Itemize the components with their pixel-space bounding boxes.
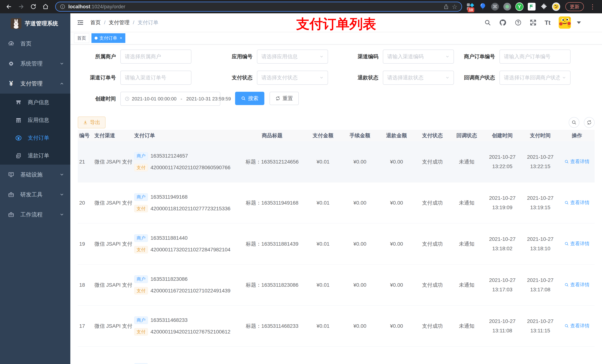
view-detail-link[interactable]: 查看详情	[564, 199, 590, 206]
breadcrumb: 首页 / 支付管理 / 支付订单	[90, 19, 159, 26]
merchant-tag: 商户	[134, 275, 148, 283]
share-icon[interactable]	[443, 4, 449, 10]
view-detail-link[interactable]: 查看详情	[564, 281, 590, 288]
record-extension-icon[interactable]	[503, 3, 511, 11]
tab-home[interactable]: 首页	[74, 33, 89, 43]
browser-update-button[interactable]: 更新	[565, 2, 584, 11]
view-detail-link[interactable]: 查看详情	[564, 158, 590, 165]
sidebar-item-devtools[interactable]: 研发工具	[0, 185, 70, 205]
filter-merchant: 所属商户	[78, 50, 191, 64]
logo-image	[11, 18, 22, 29]
pay-tag: 支付	[134, 205, 148, 213]
site-info-icon[interactable]	[60, 4, 65, 10]
tab-pay-order[interactable]: 支付订单 ×	[91, 33, 125, 43]
refund-status-select[interactable]: 请选择退款状态	[383, 71, 454, 85]
sidebar-item-label: 商户信息	[28, 99, 49, 106]
merchant-tag: 商户	[134, 193, 148, 201]
pay-tag: 支付	[134, 246, 148, 254]
pay-status-select[interactable]: 请选择支付状态	[257, 71, 328, 85]
notify-status-select[interactable]: 请选择订单回调商户状态	[499, 71, 570, 85]
chevron-down-icon	[60, 172, 64, 177]
close-icon[interactable]: ×	[120, 36, 122, 41]
emoji-profile-icon[interactable]	[552, 3, 560, 11]
sidebar-item-label: 工作流程	[20, 211, 43, 218]
filter-row-1: 所属商户 应用编号 请选择应用信息 渠道编码 请输入渠道编码	[78, 50, 595, 64]
chevron-down-icon	[445, 76, 450, 80]
address-bar[interactable]: localhost:1024/pay/order ☆	[55, 2, 462, 12]
page-content: 所属商户 应用编号 请选择应用信息 渠道编码 请输入渠道编码	[70, 44, 602, 364]
github-icon[interactable]	[499, 19, 506, 26]
merchant-input[interactable]	[120, 50, 191, 64]
help-icon[interactable]	[515, 19, 522, 26]
merchant-tag: 商户	[134, 316, 148, 324]
sidebar-item-workflow[interactable]: 工作流程	[0, 205, 70, 225]
chevron-down-icon	[320, 76, 323, 80]
top-navbar: 首页 / 支付管理 / 支付订单 支付订单列表	[70, 13, 602, 32]
breadcrumb-payment[interactable]: 支付管理	[109, 19, 129, 26]
browser-reload-icon[interactable]	[28, 1, 39, 12]
sidebar-item-refund-order[interactable]: 退款订单	[0, 147, 70, 165]
chevron-down-icon	[562, 76, 566, 80]
refresh-button[interactable]	[584, 117, 595, 128]
command-extension-icon[interactable]: ⌘	[491, 3, 499, 11]
show-search-toggle-button[interactable]	[569, 117, 580, 128]
sidebar-item-payment[interactable]: ¥ 支付管理	[0, 74, 70, 94]
extensions-puzzle-icon[interactable]	[540, 3, 548, 11]
browser-forward-icon[interactable]	[16, 1, 26, 12]
app-select[interactable]: 请选择应用信息	[257, 50, 328, 64]
search-icon[interactable]	[484, 19, 491, 26]
filter-merchant-order-no: 商户订单编号	[457, 50, 570, 64]
channel-code-select[interactable]: 请输入渠道编码	[383, 50, 454, 64]
font-size-icon[interactable]: Tt	[545, 19, 550, 26]
yen-icon: ¥	[7, 80, 15, 87]
table-header: 编号 支付渠道 支付订单 商品标题 支付金额 手续金额 退款金额 支付状态 回调…	[78, 130, 595, 141]
pay-tag: 支付	[134, 328, 148, 336]
avatar[interactable]	[559, 16, 571, 29]
sidebar-collapse-icon[interactable]	[77, 19, 84, 26]
reset-button[interactable]: 重置	[269, 92, 299, 105]
sidebar-item-pay-order[interactable]: 支付订单	[0, 129, 70, 147]
chevron-down-icon	[60, 192, 64, 197]
app-title: 芋道管理系统	[25, 20, 58, 27]
sidebar-item-home[interactable]: 首页	[0, 34, 70, 54]
sidebar-item-merchant-info[interactable]: 商户信息	[0, 94, 70, 111]
sidebar-item-label: 系统管理	[20, 60, 43, 68]
y-extension-icon[interactable]: Y	[515, 3, 524, 11]
flag-extension-icon[interactable]	[527, 3, 536, 11]
toolbox-icon	[7, 211, 15, 218]
monitor-icon	[7, 171, 15, 178]
sidebar-item-label: 支付管理	[20, 80, 43, 87]
view-detail-link[interactable]: 查看详情	[564, 240, 590, 247]
channel-order-no-input[interactable]	[120, 71, 191, 85]
export-button[interactable]: 导出	[78, 116, 106, 128]
sidebar-item-infra[interactable]: 基础设施	[0, 165, 70, 185]
browser-back-icon[interactable]	[4, 1, 14, 12]
balloon-extension-icon[interactable]	[479, 3, 487, 11]
table-row[interactable]: 18 微信 JSAPI 支付 商户1635311823086 支付4200001…	[78, 264, 595, 306]
create-time-range-input[interactable]: 2021-10-01 00:00:00 - 2021-10-31 23:59:5…	[120, 92, 220, 106]
table-row[interactable]: 19 微信 JSAPI 支付 商户1635311881440 支付4200001…	[78, 223, 595, 264]
sidebar-logo[interactable]: 芋道管理系统	[0, 13, 70, 34]
chevron-down-icon[interactable]	[577, 21, 581, 24]
view-detail-link[interactable]: 查看详情	[564, 322, 590, 329]
extension-pinned-icon[interactable]: 10	[466, 3, 475, 11]
table-row[interactable]: 商户1635311351786	[78, 347, 595, 364]
table-row[interactable]: 17 微信 JSAPI 支付 商户1635311468233 支付4200001…	[78, 306, 595, 347]
browser-home-icon[interactable]	[40, 1, 51, 12]
chevron-down-icon	[60, 212, 64, 217]
table-row[interactable]: 21 微信 JSAPI 支付 商户1635312124657 支付4200001…	[78, 141, 595, 182]
filter-row-2: 渠道订单号 支付状态 请选择支付状态 退款状态 请选择退款状态	[78, 71, 595, 85]
sidebar-item-app-info[interactable]: 应用信息	[0, 111, 70, 129]
sidebar-item-system[interactable]: 系统管理	[0, 54, 70, 74]
pay-tag: 支付	[134, 164, 148, 171]
orders-table: 编号 支付渠道 支付订单 商品标题 支付金额 手续金额 退款金额 支付状态 回调…	[78, 130, 595, 364]
table-row[interactable]: 20 微信 JSAPI 支付 商户1635311949168 支付4200001…	[78, 182, 595, 223]
browser-menu-icon[interactable]: ⋮	[588, 3, 597, 10]
breadcrumb-home[interactable]: 首页	[90, 19, 101, 26]
chevron-down-icon	[60, 62, 64, 66]
fullscreen-icon[interactable]	[530, 19, 537, 26]
merchant-order-no-input[interactable]	[499, 50, 570, 64]
url-text: localhost:1024/pay/order	[68, 4, 125, 10]
bookmark-star-icon[interactable]: ☆	[452, 3, 457, 10]
search-button[interactable]: 搜索	[235, 92, 264, 105]
